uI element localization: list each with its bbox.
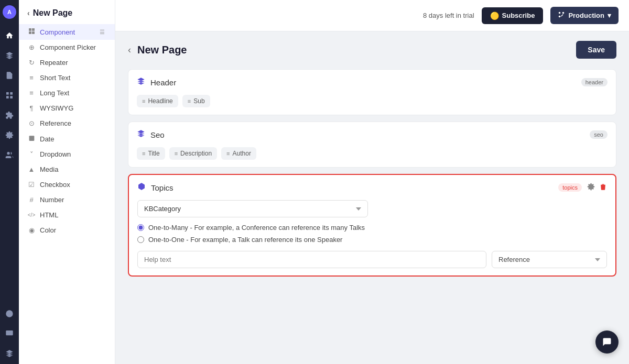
topbar: 8 days left in trial 🟡 Subscribe Product… bbox=[115, 0, 629, 31]
sidebar-item-number[interactable]: # Number bbox=[19, 192, 115, 207]
layers-icon[interactable] bbox=[4, 50, 15, 61]
date-icon bbox=[27, 135, 36, 143]
wysiwyg-label: WYSIWYG bbox=[40, 104, 73, 112]
puzzle-icon[interactable] bbox=[4, 110, 15, 120]
sidebar-item-dropdown[interactable]: ˅ Dropdown bbox=[19, 147, 115, 162]
html-label: HTML bbox=[40, 211, 58, 219]
radio-one-to-one: One-to-One - For example, a Talk can ref… bbox=[137, 236, 607, 244]
subscribe-button[interactable]: 🟡 Subscribe bbox=[482, 7, 544, 24]
component-picker-icon: ⊕ bbox=[27, 43, 36, 51]
topics-settings-button[interactable] bbox=[587, 183, 595, 192]
svg-rect-10 bbox=[29, 31, 31, 34]
content-area: Header header ≡ Headline ≡ Sub Seo bbox=[115, 64, 629, 364]
back-arrow-icon: ‹ bbox=[27, 9, 30, 17]
seo-block-icon bbox=[137, 129, 145, 140]
page-header-left: ‹ New Page bbox=[128, 44, 187, 56]
sidebar-item-media[interactable]: ▲ Media bbox=[19, 162, 115, 177]
help-text-input[interactable] bbox=[137, 251, 486, 268]
sub-chip: ≡ Sub bbox=[182, 95, 210, 107]
seo-block-header: Seo seo bbox=[128, 122, 616, 144]
stack-icon[interactable] bbox=[4, 348, 15, 359]
trial-text: 8 days left in trial bbox=[423, 12, 474, 19]
svg-rect-3 bbox=[10, 96, 13, 98]
grid-icon[interactable] bbox=[4, 90, 15, 101]
box-icon[interactable] bbox=[4, 328, 15, 339]
sidebar-item-repeater[interactable]: ↻ Repeater bbox=[19, 55, 115, 70]
svg-rect-8 bbox=[29, 28, 31, 31]
topics-block: Topics topics KBCategory One-to-Many bbox=[128, 174, 616, 277]
page-header: ‹ New Page Save bbox=[115, 31, 629, 64]
svg-rect-11 bbox=[32, 31, 35, 34]
sidebar-item-color[interactable]: ◉ Color bbox=[19, 223, 115, 238]
user-avatar[interactable]: A bbox=[3, 5, 16, 19]
headline-chip-label: Headline bbox=[148, 97, 172, 105]
dropdown-label: Dropdown bbox=[40, 150, 71, 158]
author-chip-icon: ≡ bbox=[226, 150, 230, 157]
page-title: New Page bbox=[137, 44, 187, 56]
header-block-tag: header bbox=[581, 78, 608, 86]
headline-chip: ≡ Headline bbox=[137, 95, 178, 107]
chevron-down-icon: ▾ bbox=[608, 12, 611, 19]
one-to-one-label: One-to-One - For example, a Talk can ref… bbox=[148, 236, 342, 244]
file-icon[interactable] bbox=[4, 70, 15, 81]
wysiwyg-icon: ¶ bbox=[27, 104, 36, 112]
one-to-one-radio[interactable] bbox=[137, 236, 144, 243]
left-sidebar: ‹ New Page Component ☰ ⊕ Component Picke… bbox=[19, 0, 115, 364]
seo-block: Seo seo ≡ Title ≡ Description ≡ Author bbox=[128, 122, 616, 168]
one-to-many-radio[interactable] bbox=[137, 224, 144, 231]
sidebar-item-checkbox[interactable]: ☑ Checkbox bbox=[19, 177, 115, 192]
svg-point-17 bbox=[559, 12, 561, 14]
svg-point-16 bbox=[559, 16, 561, 18]
sidebar-item-date[interactable]: Date bbox=[19, 131, 115, 147]
list-icon: ☰ bbox=[98, 29, 106, 36]
sidebar-item-html[interactable]: </> HTML bbox=[19, 207, 115, 223]
sidebar-item-long-text[interactable]: ≡ Long Text bbox=[19, 85, 115, 101]
settings-icon[interactable] bbox=[4, 130, 15, 140]
help-icon[interactable] bbox=[4, 308, 15, 319]
production-button[interactable]: Production ▾ bbox=[550, 7, 619, 24]
author-chip: ≡ Author bbox=[221, 147, 256, 160]
topics-block-actions bbox=[587, 183, 607, 192]
title-chip-label: Title bbox=[148, 150, 159, 157]
description-chip-icon: ≡ bbox=[175, 150, 178, 157]
component-icon bbox=[27, 28, 36, 36]
back-button[interactable]: ‹ New Page bbox=[19, 8, 115, 24]
sidebar-item-component[interactable]: Component ☰ bbox=[19, 24, 115, 40]
reference-select[interactable]: Reference bbox=[492, 251, 607, 268]
sidebar-item-component-picker[interactable]: ⊕ Component Picker bbox=[19, 40, 115, 55]
component-label: Component bbox=[40, 28, 75, 36]
users-icon[interactable] bbox=[4, 150, 15, 160]
reference-icon: ⊙ bbox=[27, 119, 36, 127]
svg-rect-12 bbox=[29, 136, 34, 141]
svg-rect-7 bbox=[6, 330, 13, 335]
topics-delete-button[interactable] bbox=[599, 183, 607, 192]
svg-rect-1 bbox=[10, 92, 13, 95]
sidebar-item-short-text[interactable]: ≡ Short Text bbox=[19, 70, 115, 85]
topics-block-name: Topics bbox=[151, 183, 553, 192]
category-dropdown[interactable]: KBCategory bbox=[137, 200, 368, 217]
seo-block-name: Seo bbox=[150, 130, 584, 139]
page-back-arrow-icon[interactable]: ‹ bbox=[128, 45, 131, 56]
date-label: Date bbox=[40, 135, 54, 143]
title-chip-icon: ≡ bbox=[142, 150, 145, 157]
sidebar-item-reference[interactable]: ⊙ Reference bbox=[19, 116, 115, 131]
repeater-icon: ↻ bbox=[27, 59, 36, 67]
save-button[interactable]: Save bbox=[576, 41, 616, 59]
html-icon: </> bbox=[27, 212, 36, 218]
sub-chip-label: Sub bbox=[193, 97, 204, 105]
checkbox-icon: ☑ bbox=[27, 181, 36, 189]
svg-rect-9 bbox=[32, 28, 35, 31]
home-icon[interactable] bbox=[4, 30, 15, 41]
checkbox-label: Checkbox bbox=[40, 181, 70, 189]
one-to-many-label: One-to-Many - For example, a Conference … bbox=[148, 224, 365, 231]
chat-button[interactable] bbox=[595, 330, 619, 354]
long-text-icon: ≡ bbox=[27, 89, 36, 97]
svg-point-18 bbox=[562, 12, 565, 14]
topics-block-icon bbox=[137, 182, 146, 193]
component-picker-label: Component Picker bbox=[40, 43, 96, 51]
color-label: Color bbox=[40, 226, 56, 234]
svg-rect-2 bbox=[6, 96, 9, 98]
media-icon: ▲ bbox=[27, 166, 36, 173]
sidebar-item-wysiwyg[interactable]: ¶ WYSIWYG bbox=[19, 101, 115, 116]
header-block: Header header ≡ Headline ≡ Sub bbox=[128, 69, 616, 115]
